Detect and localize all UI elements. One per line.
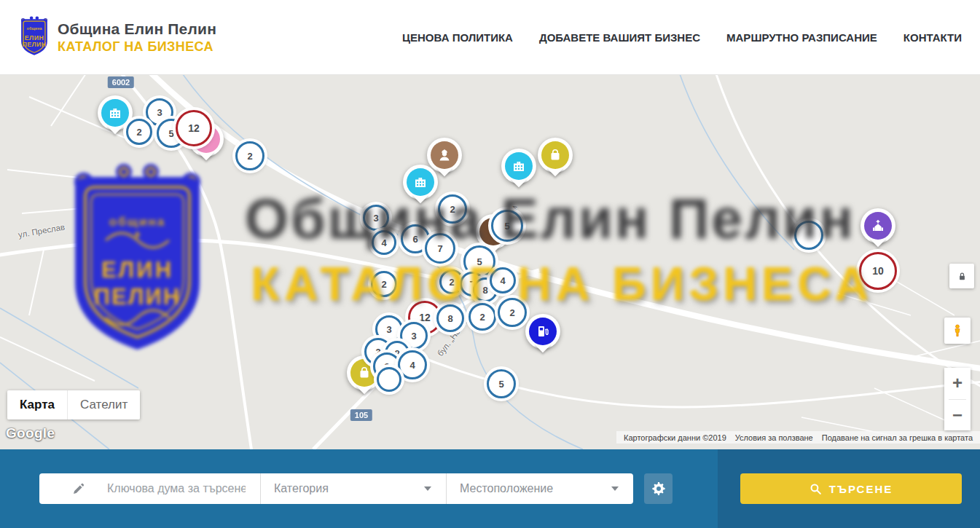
search-submit-label: ТЪРСЕНЕ (829, 483, 893, 495)
street-view-pegman-button[interactable] (944, 318, 971, 344)
chevron-down-icon (424, 486, 431, 491)
logo-text: Община Елин Пелин КАТАЛОГ НА БИЗНЕСА (58, 20, 216, 55)
map-type-control: Карта Сателит (7, 390, 140, 419)
map-attribution: Картографски данни ©2019 Условия за полз… (616, 431, 980, 444)
category-marker-worker-icon[interactable] (427, 138, 462, 173)
nav-contacts[interactable]: КОНТАКТИ (903, 31, 962, 44)
cluster-marker[interactable]: 2 (126, 119, 152, 145)
location-select-value: Местоположение (460, 482, 553, 495)
svg-text:община: община (109, 215, 165, 229)
chevron-down-icon (611, 486, 619, 491)
zoom-out-button[interactable]: − (944, 400, 971, 431)
attribution-copyright: Картографски данни ©2019 (619, 433, 731, 442)
map-type-satellite-button[interactable]: Сателит (68, 390, 140, 419)
svg-text:ЕЛИН: ЕЛИН (101, 257, 173, 283)
svg-text:ЕЛИН: ЕЛИН (25, 34, 44, 42)
road-shield-label: 105 (350, 409, 372, 421)
zoom-control: + − (944, 368, 971, 430)
watermark-title: Община Елин Пелин (245, 186, 855, 251)
svg-text:ПЕЛИН: ПЕЛИН (94, 284, 181, 310)
location-select[interactable]: Местоположение (446, 473, 633, 504)
category-select[interactable]: Категория (260, 473, 446, 504)
attribution-report-error-link[interactable]: Подаване на сигнал за грешка в картата (818, 433, 977, 442)
cluster-marker[interactable] (377, 367, 401, 392)
svg-text:ПЕЛИН: ПЕЛИН (22, 41, 46, 48)
search-submit-button[interactable]: ТЪРСЕНЕ (740, 473, 962, 504)
zoom-in-button[interactable]: + (944, 368, 971, 399)
attribution-terms-link[interactable]: Условия за ползване (731, 433, 818, 442)
category-select-value: Категория (274, 482, 329, 495)
cluster-marker[interactable]: 5 (487, 369, 516, 398)
site-logo[interactable]: община ЕЛИН ПЕЛИН Община Елин Пелин КАТА… (18, 15, 216, 59)
watermark-emblem: община ЕЛИН ПЕЛИН (62, 159, 213, 368)
nav-route-schedule[interactable]: МАРШРУТНО РАЗПИСАНИЕ (726, 31, 877, 44)
watermark-subtitle: КАТАЛОГ НА БИЗНЕСА (251, 256, 873, 311)
category-marker-shopping-bag-icon[interactable] (538, 138, 573, 173)
road-shield-label: 6002 (108, 76, 134, 88)
search-panel: Категория Местоположение ТЪРСЕНЕ (0, 449, 980, 528)
cluster-marker[interactable]: 2 (235, 141, 264, 170)
category-marker-church-icon[interactable] (861, 208, 895, 243)
category-marker-fuel-icon[interactable] (525, 314, 560, 349)
category-marker-factory-icon[interactable] (501, 149, 536, 184)
gear-icon (651, 481, 666, 496)
map-type-map-button[interactable]: Карта (7, 390, 68, 419)
keyword-section (39, 473, 260, 504)
pegman-icon (950, 323, 965, 338)
pencil-icon (71, 482, 85, 496)
cluster-marker[interactable]: 4 (398, 350, 427, 379)
svg-text:община: община (27, 26, 43, 31)
padlock-icon (957, 271, 968, 282)
main-nav: ЦЕНОВА ПОЛИТИКА ДОБАВЕТЕ ВАШИЯТ БИЗНЕС М… (402, 31, 962, 44)
logo-subtitle: КАТАЛОГ НА БИЗНЕСА (58, 39, 216, 55)
logo-title: Община Елин Пелин (58, 20, 216, 38)
search-icon (810, 483, 822, 495)
municipality-emblem-icon: община ЕЛИН ПЕЛИН (18, 15, 50, 59)
header: община ЕЛИН ПЕЛИН Община Елин Пелин КАТА… (0, 0, 980, 75)
page: община ЕЛИН ПЕЛИН Община Елин Пелин КАТА… (0, 0, 980, 528)
search-box: Категория Местоположение (39, 473, 633, 504)
nav-add-your-business[interactable]: ДОБАВЕТЕ ВАШИЯТ БИЗНЕС (539, 31, 700, 44)
nav-pricing-policy[interactable]: ЦЕНОВА ПОЛИТИКА (402, 31, 513, 44)
advanced-search-settings-button[interactable] (644, 473, 673, 504)
google-logo[interactable]: Google (6, 425, 55, 441)
cluster-marker[interactable]: 12 (176, 110, 212, 146)
keyword-input[interactable] (107, 482, 246, 495)
lock-button[interactable] (949, 264, 974, 288)
